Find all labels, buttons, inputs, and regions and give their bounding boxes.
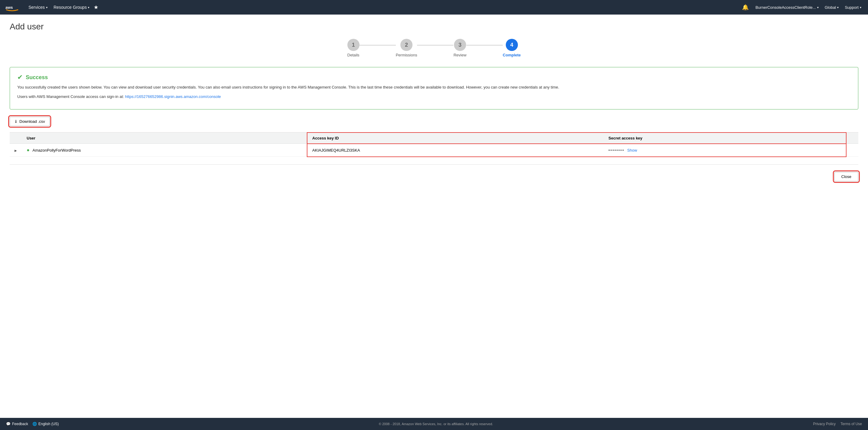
- step-4: 4 Complete: [503, 39, 521, 57]
- table-header-row: User Access key ID Secret access key: [10, 133, 858, 144]
- pin-icon[interactable]: ★: [94, 4, 98, 10]
- region-caret-icon: ▾: [837, 6, 839, 9]
- svg-text:aws: aws: [5, 5, 13, 10]
- success-header: ✔ Success: [17, 74, 851, 81]
- resource-groups-caret-icon: ▾: [88, 6, 89, 9]
- services-caret-icon: ▾: [46, 6, 48, 9]
- th-secret-access-key: Secret access key: [603, 133, 846, 144]
- navbar: aws Services ▾ Resource Groups ▾ ★ 🔔 Bur…: [0, 0, 868, 15]
- success-body-text: You successfully created the users shown…: [17, 84, 851, 91]
- expand-row-icon[interactable]: ▶: [14, 149, 17, 152]
- show-secret-key-link[interactable]: Show: [627, 148, 637, 152]
- step-2-label: Permissions: [396, 53, 417, 57]
- th-action: [846, 133, 858, 144]
- th-expand: [10, 133, 22, 144]
- td-row-action: [846, 144, 858, 157]
- navbar-right: 🔔 BurnerConsoleAccessClientRole... ▾ Glo…: [742, 4, 863, 10]
- step-4-label: Complete: [503, 53, 521, 57]
- download-csv-button[interactable]: ⇓ Download .csv: [10, 117, 50, 126]
- support-menu[interactable]: Support ▾: [843, 5, 863, 10]
- th-access-key-id: Access key ID: [307, 133, 603, 144]
- step-1: 1 Details: [347, 39, 360, 57]
- step-3-label: Review: [454, 53, 466, 57]
- user-success-icon: ●: [27, 147, 30, 152]
- step-connector-3: [466, 45, 503, 46]
- td-expand: ▶: [10, 144, 22, 157]
- wizard-stepper: 1 Details 2 Permissions 3 Review 4 Compl…: [10, 39, 858, 57]
- step-2-circle: 2: [400, 39, 412, 51]
- table-row: ▶ ● AmazonPollyForWordPress AKIAJGIMEQ4U…: [10, 144, 858, 157]
- footer-left: 💬 Feedback 🌐 English (US): [6, 422, 59, 426]
- notifications-bell-icon[interactable]: 🔔: [742, 4, 749, 10]
- step-connector-2: [417, 45, 454, 46]
- success-banner: ✔ Success You successfully created the u…: [10, 67, 858, 110]
- step-1-label: Details: [347, 53, 360, 57]
- services-menu[interactable]: Services ▾: [26, 0, 51, 15]
- aws-logo[interactable]: aws: [5, 3, 20, 12]
- footer: 💬 Feedback 🌐 English (US) © 2008 - 2018,…: [0, 418, 868, 430]
- users-table: User Access key ID Secret access key ▶ ●…: [10, 132, 858, 157]
- account-caret-icon: ▾: [817, 6, 818, 9]
- td-user: ● AmazonPollyForWordPress: [22, 144, 307, 157]
- close-button[interactable]: Close: [834, 172, 858, 181]
- td-secret-access-key: •••••••• Show: [603, 144, 846, 157]
- divider: [10, 164, 858, 165]
- success-check-icon: ✔: [17, 74, 23, 81]
- success-console-line: Users with AWS Management Console access…: [17, 94, 851, 100]
- footer-right: Privacy Policy Terms of Use: [813, 422, 862, 426]
- step-3-circle: 3: [454, 39, 466, 51]
- step-connector-1: [360, 45, 396, 46]
- download-icon: ⇓: [14, 119, 18, 124]
- success-title: Success: [26, 74, 48, 81]
- globe-icon: 🌐: [32, 422, 37, 426]
- terms-of-use-link[interactable]: Terms of Use: [840, 422, 862, 426]
- locale-selector[interactable]: 🌐 English (US): [32, 422, 59, 426]
- support-caret-icon: ▾: [860, 6, 861, 9]
- close-button-wrap: Close: [10, 172, 858, 184]
- step-1-circle: 1: [347, 39, 360, 51]
- page-title: Add user: [10, 22, 858, 32]
- footer-copyright: © 2008 - 2018, Amazon Web Services, Inc.…: [379, 422, 493, 426]
- feedback-button[interactable]: 💬 Feedback: [6, 422, 28, 426]
- step-3: 3 Review: [454, 39, 466, 57]
- td-access-key-id: AKIAJGIMEQ4URLZI3SKA: [307, 144, 603, 157]
- region-menu[interactable]: Global ▾: [823, 5, 841, 10]
- th-user: User: [22, 133, 307, 144]
- resource-groups-menu[interactable]: Resource Groups ▾: [51, 0, 93, 15]
- account-menu[interactable]: BurnerConsoleAccessClientRole... ▾: [753, 5, 820, 10]
- secret-key-dots: ••••••••: [609, 148, 624, 152]
- privacy-policy-link[interactable]: Privacy Policy: [813, 422, 836, 426]
- main-content: Add user 1 Details 2 Permissions 3 Revie…: [0, 15, 868, 418]
- step-2: 2 Permissions: [396, 39, 417, 57]
- step-4-circle: 4: [506, 39, 518, 51]
- console-signin-link[interactable]: https://165276652986.signin.aws.amazon.c…: [125, 94, 221, 99]
- feedback-icon: 💬: [6, 422, 10, 426]
